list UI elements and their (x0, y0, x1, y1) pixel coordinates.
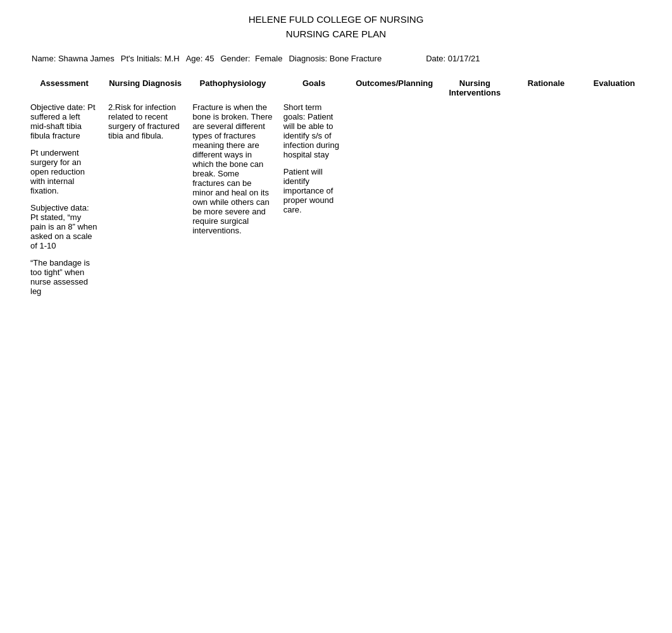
pathophysiology-p1: Fracture is when the bone is broken. The… (192, 102, 273, 235)
nursing-diagnosis-p1: 2.Risk for infection related to recent s… (108, 102, 182, 140)
patient-date: Date: 01/17/21 (426, 54, 480, 63)
initials-label: Pt's Initials: (121, 54, 162, 63)
patient-initials: Pt's Initials: M.H (121, 54, 180, 63)
patient-name: Name: Shawna James (32, 54, 115, 63)
care-plan-table-container: Assessment Nursing Diagnosis Pathophysio… (19, 76, 653, 298)
assessment-p4: “The bandage is too tight” when nurse as… (30, 258, 98, 296)
age-value: 45 (205, 54, 214, 63)
col-header-outcomes: Outcomes/Planning (349, 76, 439, 100)
assessment-p1: Objective date: Pt suffered a left mid-s… (30, 102, 98, 140)
gender-value: Female (255, 54, 282, 63)
patient-age: Age: 45 (186, 54, 215, 63)
date-value: 01/17/21 (448, 54, 480, 63)
date-label: Date: (426, 54, 445, 63)
initials-value: M.H (165, 54, 180, 63)
nursing-diagnosis-cell: 2.Risk for infection related to recent s… (103, 100, 187, 298)
patient-diagnosis: Diagnosis: Bone Fracture (289, 54, 382, 63)
age-label: Age: (186, 54, 203, 63)
header-line2: NURSING CARE PLAN (19, 27, 653, 42)
diagnosis-value: Bone Fracture (330, 54, 382, 63)
header-title: HELENE FULD COLLEGE OF NURSING NURSING C… (19, 13, 653, 41)
outcomes-cell (349, 100, 439, 298)
col-header-nursing-interventions: Nursing Interventions (439, 76, 511, 100)
page: HELENE FULD COLLEGE OF NURSING NURSING C… (0, 0, 672, 633)
name-value: Shawna James (58, 54, 115, 63)
assessment-p3: Subjective data: Pt stated, “my pain is … (30, 203, 98, 250)
header: HELENE FULD COLLEGE OF NURSING NURSING C… (19, 13, 653, 41)
rationale-cell (511, 100, 582, 298)
assessment-p2: Pt underwent surgery for an open reducti… (30, 148, 98, 195)
patient-info: Name: Shawna James Pt's Initials: M.H Ag… (19, 54, 653, 63)
header-line1: HELENE FULD COLLEGE OF NURSING (19, 13, 653, 27)
care-plan-table: Assessment Nursing Diagnosis Pathophysio… (25, 76, 647, 298)
col-header-pathophysiology: Pathophysiology (187, 76, 278, 100)
nursing-interventions-cell (439, 100, 511, 298)
table-row: Objective date: Pt suffered a left mid-s… (25, 100, 647, 298)
col-header-rationale: Rationale (511, 76, 582, 100)
pathophysiology-cell: Fracture is when the bone is broken. The… (187, 100, 278, 298)
diagnosis-label: Diagnosis: (289, 54, 327, 63)
goals-p1: Short term goals: Patient will be able t… (283, 102, 345, 159)
goals-cell: Short term goals: Patient will be able t… (278, 100, 350, 298)
name-label: Name: (32, 54, 56, 63)
assessment-cell: Objective date: Pt suffered a left mid-s… (25, 100, 103, 298)
table-header-row: Assessment Nursing Diagnosis Pathophysio… (25, 76, 647, 100)
col-header-goals: Goals (278, 76, 350, 100)
col-header-assessment: Assessment (25, 76, 103, 100)
col-header-evaluation: Evaluation (582, 76, 647, 100)
col-header-nursing-diagnosis: Nursing Diagnosis (103, 76, 187, 100)
patient-gender: Gender: Female (220, 54, 282, 63)
goals-p2: Patient will identify importance of prop… (283, 167, 345, 214)
evaluation-cell (582, 100, 647, 298)
gender-label: Gender: (220, 54, 250, 63)
